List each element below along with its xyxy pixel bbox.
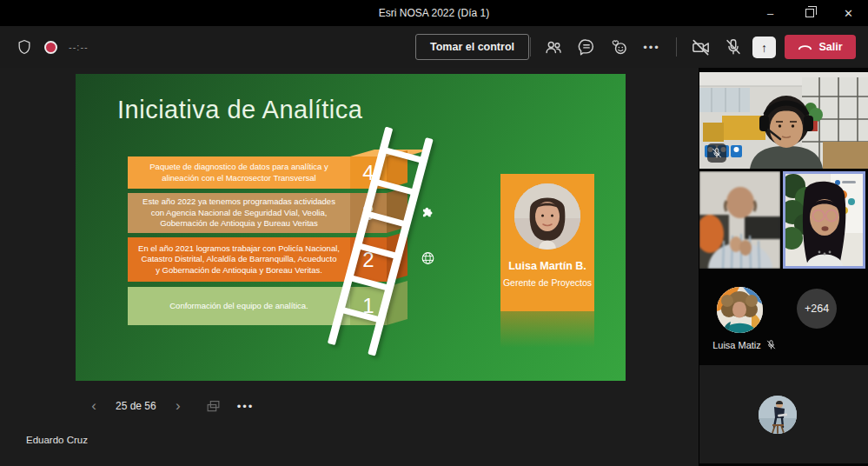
toolbar-divider	[530, 37, 531, 57]
slide-grid-icon	[205, 398, 222, 415]
minimize-button[interactable]: –	[751, 0, 790, 26]
speaker-role: Gerente de Proyectos	[500, 277, 594, 288]
previous-slide-button[interactable]: ‹	[83, 397, 105, 415]
leave-label: Salir	[818, 41, 842, 53]
share-tray-button[interactable]: ↑	[752, 37, 776, 58]
participants-button[interactable]	[540, 34, 567, 60]
participant-avatar[interactable]	[717, 287, 763, 333]
video-tile-active-speaker[interactable]	[783, 171, 865, 269]
participant-name-row: Luisa Matiz	[699, 339, 790, 350]
participants-sidebar: Luisa Matiz +264	[699, 68, 868, 466]
participant-name: Luisa Matiz	[712, 340, 761, 350]
camera-off-icon	[691, 37, 711, 57]
card-reflection	[500, 311, 594, 348]
speaker-card: Luisa Martín B. Gerente de Proyectos	[500, 174, 594, 311]
restore-icon	[805, 9, 814, 17]
more-icon: •••	[643, 41, 660, 54]
meeting-status-group: --:--	[16, 26, 89, 68]
next-slide-button[interactable]: ›	[167, 397, 189, 415]
presenter-name-label: Eduardo Cruz	[26, 435, 88, 445]
mic-toggle-button[interactable]	[720, 34, 746, 60]
leave-button[interactable]: Salir	[785, 35, 856, 59]
slide-page-indicator: 25 de 56	[116, 400, 156, 412]
take-control-button[interactable]: Tomar el control	[415, 34, 529, 60]
share-arrow-icon: ↑	[761, 41, 767, 55]
reactions-icon	[609, 37, 628, 57]
meeting-toolbar: --:-- Tomar el control ••• ↑ Salir	[0, 26, 868, 68]
hangup-icon	[798, 43, 812, 52]
mic-off-icon	[765, 339, 777, 350]
slide-grid-button[interactable]	[205, 398, 222, 415]
title-bar: Esri NOSA 2022 (Día 1) – ✕	[0, 0, 868, 26]
close-button[interactable]: ✕	[829, 0, 868, 26]
ladder-graphic	[358, 124, 497, 368]
shared-content-stage: Iniciativa de Analítica Paquete de diagn…	[0, 68, 699, 466]
step-text: Este año 2022 ya tenemos programadas act…	[128, 193, 350, 233]
slide-navigation: ‹ 25 de 56 › •••	[83, 396, 254, 416]
meeting-stage-area: Iniciativa de Analítica Paquete de diagn…	[0, 68, 868, 466]
video-tile-participant-2[interactable]	[699, 171, 780, 269]
overflow-count: +264	[805, 303, 829, 315]
self-avatar	[759, 396, 797, 434]
self-video-tile[interactable]	[699, 365, 868, 463]
slide-title: Iniciativa de Analítica	[117, 96, 362, 124]
teams-meeting-window: Esri NOSA 2022 (Día 1) – ✕ --:-- Tomar e…	[0, 0, 868, 466]
minimize-icon: –	[767, 7, 773, 20]
participants-icon	[544, 37, 563, 57]
camera-toggle-button[interactable]	[687, 34, 713, 60]
reactions-button[interactable]	[606, 34, 632, 60]
more-options-button[interactable]: •••	[639, 34, 665, 60]
restore-button[interactable]	[790, 0, 829, 26]
step-text: Paquete de diagnostico de datos para ana…	[128, 156, 350, 189]
step-text: En el año 2021 logramos trabajar con Pol…	[128, 237, 350, 282]
presentation-slide: Iniciativa de Analítica Paquete de diagn…	[76, 74, 626, 381]
overflow-participants-badge[interactable]: +264	[797, 289, 837, 329]
chat-button[interactable]	[573, 34, 600, 60]
window-title: Esri NOSA 2022 (Día 1)	[0, 7, 868, 19]
participant-muted-indicator	[707, 143, 726, 163]
recording-indicator-icon	[44, 41, 57, 54]
step-text: Conformación del equipo de analítica.	[128, 287, 350, 325]
slide-more-options-button[interactable]: •••	[237, 400, 255, 413]
shield-icon	[16, 38, 33, 56]
mic-off-icon	[724, 37, 743, 57]
window-controls: – ✕	[751, 0, 868, 26]
toolbar-divider	[676, 37, 677, 57]
close-icon: ✕	[844, 7, 853, 20]
video-tile-participant-1[interactable]	[699, 72, 868, 169]
meeting-timer: --:--	[69, 42, 89, 52]
chat-icon	[577, 37, 596, 57]
speaker-name: Luisa Martín B.	[500, 260, 594, 272]
mic-off-icon	[711, 147, 723, 159]
speaker-photo	[514, 183, 580, 250]
